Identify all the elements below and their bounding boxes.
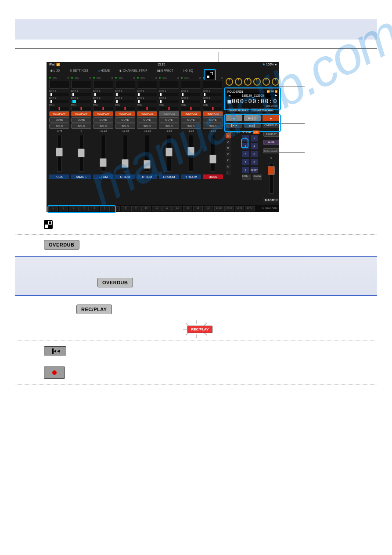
callout-line <box>278 152 305 152</box>
nav-settings[interactable]: ⚙ SETTINGS <box>69 69 88 73</box>
fader[interactable] <box>78 149 85 157</box>
monitor-knob-f[interactable] <box>272 78 279 86</box>
channel-1: SIG⊘ EFX 1 EFX 2 PAN REC/PLAY MUTE SOLO … <box>48 75 70 204</box>
channel-6: SIG⊘ EFX 1 EFX 2 PAN REC/PLAY MUTE SOLO … <box>158 75 180 204</box>
fadermode-m[interactable]: M <box>226 133 231 138</box>
channel-7: SIG⊘ EFX 1 EFX 2 PAN REC/PLAY MUTE SOLO … <box>180 75 202 204</box>
pan[interactable] <box>49 107 69 110</box>
fader[interactable] <box>56 148 63 156</box>
fader[interactable] <box>100 158 107 167</box>
monitor-knobs <box>226 77 279 87</box>
bpm-label[interactable]: ⊙ 120.0 BPM <box>255 206 277 211</box>
expand-button-highlight <box>204 69 216 81</box>
channel-5: SIG⊘ EFX 1 EFX 2 PAN REC/PLAY MUTE SOLO … <box>136 75 158 204</box>
callout-line <box>278 136 305 136</box>
fader[interactable] <box>122 159 129 168</box>
master-label: MASTER <box>263 198 279 203</box>
callout-line <box>278 114 305 114</box>
master-recplay[interactable]: REC/PLAY <box>263 131 279 137</box>
channel-4: SIG⊘ EFX 1 EFX 2 PAN REC/PLAY MUTE SOLO … <box>114 75 136 204</box>
rewind-button-key: ▐◄◄ <box>44 346 66 355</box>
nav-device[interactable]: ◉ L-20 <box>50 69 60 73</box>
status-time: 13:15 <box>158 63 165 66</box>
recplay-flash-icon: REC/PLAY <box>181 320 211 338</box>
channel-8: SIG⊘ EFX 1 EFX 2 PAN REC/PLAY MUTE SOLO … <box>202 75 224 204</box>
right-panel: FOLDER01 🔁ONE 📶 ◄ 180129_213305 ▶ ■000:0… <box>224 75 281 204</box>
scene-4[interactable]: 4 <box>251 143 258 149</box>
scene-8[interactable]: 8 <box>251 159 258 165</box>
master-db: 0 <box>263 156 279 159</box>
overdub-button-key: OVERDUB <box>97 278 133 287</box>
overdub-button-key: OVERDUB <box>44 240 79 250</box>
fadermode-f[interactable]: F <box>226 170 231 175</box>
status-bar: iPad 📶 13:15 ✱ 100% ■ <box>47 62 279 67</box>
scene-save[interactable]: SAVE <box>242 174 251 180</box>
expand-icon <box>44 220 53 229</box>
channel-2: SIG⊘ EFX 1 EFX 2 PAN REC/PLAY MUTE SOLO … <box>70 75 92 204</box>
channel-3: SIG⊘ EFX 1 EFX 2 PAN REC/PLAY MUTE SOLO … <box>92 75 114 204</box>
ipad-frame: iPad 📶 13:15 ✱ 100% ■ ◉ L-20 ⚙ SETTINGS … <box>47 62 279 212</box>
record-button-key <box>44 366 65 379</box>
device-label: iPad 📶 <box>49 63 60 66</box>
fader[interactable] <box>187 147 194 156</box>
dotted-divider <box>15 341 377 341</box>
scene-2[interactable]: 2 <box>251 135 258 141</box>
recplay-button[interactable]: REC/PLAY <box>49 111 69 116</box>
master-fader[interactable] <box>268 166 275 175</box>
callout-line <box>278 87 305 87</box>
navbar: ◉ L-20 ⚙ SETTINGS ⌂ HOME ◐ CHANNEL STRIP… <box>47 67 279 74</box>
monitor-knob-a[interactable] <box>226 78 233 86</box>
dotted-divider <box>15 234 377 235</box>
dotted-divider <box>15 361 377 361</box>
scene-highlight <box>241 138 248 148</box>
solo-button[interactable]: SOLO <box>49 123 69 129</box>
nav-home[interactable]: ⌂ HOME <box>98 69 110 73</box>
callout-line <box>278 123 305 124</box>
scene-on[interactable]: ON <box>253 131 259 134</box>
channel-label[interactable]: KICK <box>49 174 69 179</box>
efx2-send[interactable] <box>49 100 69 103</box>
scene-6[interactable]: 6 <box>251 151 258 157</box>
master-soloclear[interactable]: SOLO CLEAR <box>263 148 279 153</box>
fadermode-c[interactable]: C <box>226 152 231 157</box>
eq-button[interactable] <box>71 80 91 89</box>
scene-7[interactable]: 7 <box>242 159 249 165</box>
scene-5[interactable]: 5 <box>242 151 249 157</box>
scene-label: SCENE <box>242 131 251 134</box>
recplay-button-key: REC/PLAY <box>76 305 112 314</box>
status-right: ✱ 100% ■ <box>263 63 277 66</box>
channel-select-highlight <box>47 205 116 213</box>
scene-recall[interactable]: RECALL <box>253 174 262 180</box>
fadermode-buttons: M A B C D E F <box>226 133 240 175</box>
fader[interactable] <box>144 160 151 169</box>
fader[interactable] <box>165 148 173 156</box>
top-note-bar <box>15 19 377 40</box>
db-value: -3.75 <box>49 130 69 132</box>
section-divider <box>15 48 377 49</box>
eq-button[interactable] <box>49 80 69 89</box>
note-box: OVERDUB <box>15 256 377 296</box>
scene-reset[interactable]: RESET <box>251 167 258 173</box>
fadermode-e[interactable]: E <box>226 164 231 169</box>
nav-geq[interactable]: ⦀ G-EQ <box>183 69 193 73</box>
mixer-row: SIG⊘ EFX 1 EFX 2 PAN REC/PLAY MUTE SOLO … <box>47 74 279 205</box>
fader[interactable] <box>209 155 216 163</box>
fadermode-a[interactable]: A <box>226 139 231 145</box>
efx1-send[interactable] <box>49 93 69 96</box>
monitor-knob-b[interactable] <box>235 78 242 86</box>
monitor-knob-d[interactable] <box>253 78 261 86</box>
scene-9[interactable]: 9 <box>242 167 249 173</box>
nav-channelstrip[interactable]: ◐ CHANNEL STRIP <box>119 69 147 73</box>
monitor-knob-e[interactable] <box>263 78 270 86</box>
fadermode-d[interactable]: D <box>226 158 231 163</box>
fadermode-b[interactable]: B <box>226 145 231 151</box>
screenshot-container: manualslib.com iPad 📶 13:15 ✱ 100% ■ ◉ L… <box>47 62 377 212</box>
nav-effect[interactable]: ▮▮ EFFECT <box>157 69 173 73</box>
master-mute[interactable]: MUTE <box>263 140 279 145</box>
project-highlight <box>224 87 281 110</box>
dotted-divider <box>15 299 377 299</box>
monitor-knob-c[interactable] <box>244 78 252 86</box>
mute-button[interactable]: MUTE <box>49 117 69 123</box>
dotted-divider <box>15 384 377 385</box>
